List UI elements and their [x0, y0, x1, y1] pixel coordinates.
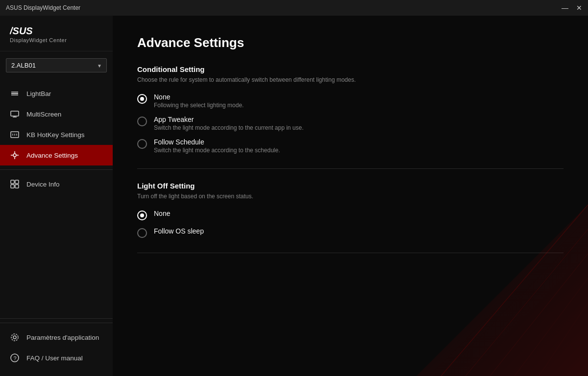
svg-line-26: [466, 229, 588, 376]
sidebar: /SUS DisplayWidget Center 2.ALB01 Light: [0, 16, 113, 376]
nav-divider-1: [0, 169, 113, 170]
window-controls: — ✕: [562, 4, 582, 11]
svg-text:?: ?: [14, 355, 17, 361]
sidebar-item-app-settings[interactable]: Paramètres d'application: [0, 327, 113, 348]
multiscreen-icon: [10, 109, 20, 119]
lightbar-label: LightBar: [26, 90, 51, 97]
asus-logo-svg: /SUS: [10, 25, 44, 36]
minimize-button[interactable]: —: [562, 4, 568, 11]
svg-text:/SUS: /SUS: [10, 25, 33, 36]
light-off-none-radio[interactable]: [137, 211, 147, 220]
light-off-title: Light Off Setting: [137, 182, 564, 190]
light-off-none-radio-dot: [140, 213, 144, 217]
light-off-followos-label: Follow OS sleep: [154, 227, 204, 235]
svg-line-27: [490, 254, 588, 376]
conditional-apptweaker-radio[interactable]: [137, 117, 147, 126]
sidebar-item-faq[interactable]: ? FAQ / User manual: [0, 348, 113, 368]
app-title: ASUS DisplayWidget Center: [6, 4, 80, 11]
sidebar-item-device-info[interactable]: Device Info: [0, 174, 113, 194]
conditional-setting-section: Conditional Setting Choose the rule for …: [137, 65, 564, 154]
device-select[interactable]: 2.ALB01: [6, 58, 107, 72]
sidebar-item-lightbar[interactable]: LightBar: [0, 83, 113, 104]
conditional-followschedule-label: Follow Schedule Switch the light mode ac…: [154, 138, 280, 154]
conditional-followschedule-sub: Switch the light mode according to the s…: [154, 147, 280, 154]
conditional-none-name: None: [154, 93, 244, 101]
conditional-followschedule-name: Follow Schedule: [154, 138, 280, 146]
conditional-radio-group: None Following the select lighting mode.…: [137, 93, 564, 154]
svg-point-11: [13, 154, 16, 157]
main-content: Advance Settings Conditional Setting Cho…: [113, 16, 588, 376]
light-off-followos-option[interactable]: Follow OS sleep: [137, 227, 564, 238]
faq-icon: ?: [10, 353, 20, 363]
title-bar-left: ASUS DisplayWidget Center: [6, 4, 80, 11]
logo-subtitle: DisplayWidget Center: [10, 37, 103, 43]
conditional-apptweaker-label: App Tweaker Switch the light mode accord…: [154, 116, 304, 131]
light-off-followos-name: Follow OS sleep: [154, 227, 204, 235]
page-title: Advance Settings: [137, 35, 564, 50]
app-settings-icon: [10, 332, 20, 342]
lightbar-icon: [10, 89, 20, 98]
nav-section: LightBar MultiScreen: [0, 79, 113, 314]
device-info-label: Device Info: [26, 181, 60, 188]
sidebar-item-advance[interactable]: Advance Settings: [0, 145, 113, 165]
nav-bottom: Paramètres d'application ? FAQ / User ma…: [0, 323, 113, 376]
conditional-none-sub: Following the select lighting mode.: [154, 102, 244, 109]
svg-rect-18: [11, 185, 14, 188]
sidebar-item-multiscreen[interactable]: MultiScreen: [0, 104, 113, 124]
close-button[interactable]: ✕: [576, 4, 582, 11]
svg-point-20: [13, 336, 16, 339]
svg-rect-4: [11, 111, 19, 116]
conditional-followschedule-radio[interactable]: [137, 139, 147, 149]
section-divider-2: [137, 253, 564, 253]
conditional-apptweaker-name: App Tweaker: [154, 116, 304, 123]
sidebar-logo: /SUS DisplayWidget Center: [0, 16, 113, 51]
light-off-none-label: None: [154, 210, 170, 217]
conditional-none-radio[interactable]: [137, 94, 147, 104]
conditional-none-label: None Following the select lighting mode.: [154, 93, 244, 109]
faq-label: FAQ / User manual: [26, 354, 83, 362]
nav-divider-bottom: [0, 318, 113, 319]
conditional-apptweaker-option[interactable]: App Tweaker Switch the light mode accord…: [137, 116, 564, 131]
hotkey-label: KB HotKey Settings: [26, 131, 85, 139]
light-off-followos-radio[interactable]: [137, 228, 147, 238]
app-container: /SUS DisplayWidget Center 2.ALB01 Light: [0, 16, 588, 376]
conditional-setting-title: Conditional Setting: [137, 65, 564, 73]
hotkey-icon: [10, 130, 20, 140]
conditional-followschedule-option[interactable]: Follow Schedule Switch the light mode ac…: [137, 138, 564, 154]
conditional-apptweaker-sub: Switch the light mode according to the c…: [154, 124, 304, 131]
sidebar-item-hotkey[interactable]: KB HotKey Settings: [0, 124, 113, 145]
light-off-none-option[interactable]: None: [137, 210, 564, 220]
svg-point-21: [11, 334, 18, 341]
section-divider: [137, 168, 564, 169]
multiscreen-label: MultiScreen: [26, 111, 61, 118]
app-settings-label: Paramètres d'application: [26, 334, 99, 341]
svg-rect-19: [15, 185, 19, 188]
device-dropdown[interactable]: 2.ALB01: [6, 58, 107, 72]
conditional-none-option[interactable]: None Following the select lighting mode.: [137, 93, 564, 109]
conditional-setting-desc: Choose the rule for system to automatica…: [137, 76, 564, 83]
svg-rect-16: [11, 180, 14, 184]
svg-line-29: [539, 303, 588, 376]
light-off-setting-section: Light Off Setting Turn off the light bas…: [137, 182, 564, 238]
title-bar: ASUS DisplayWidget Center — ✕: [0, 0, 588, 16]
svg-rect-17: [15, 180, 19, 184]
light-off-radio-group: None Follow OS sleep: [137, 210, 564, 238]
svg-line-28: [514, 278, 588, 376]
advance-label: Advance Settings: [26, 152, 78, 159]
light-off-desc: Turn off the light based on the screen s…: [137, 193, 564, 200]
conditional-none-radio-dot: [140, 97, 144, 101]
device-info-icon: [10, 179, 20, 189]
advance-icon: [10, 150, 20, 160]
light-off-none-name: None: [154, 210, 170, 217]
